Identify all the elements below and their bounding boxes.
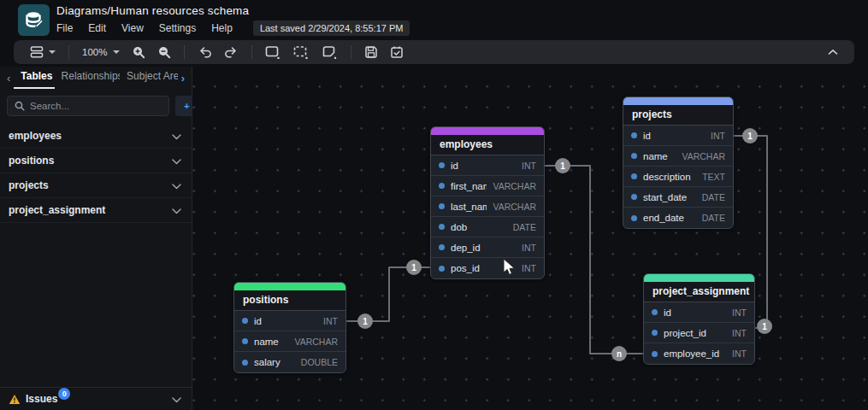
field-dot-icon: [652, 309, 658, 315]
zoom-level-dropdown[interactable]: 100%: [76, 43, 126, 62]
expand-chevron[interactable]: [172, 178, 181, 193]
menu-item-settings[interactable]: Settings: [159, 20, 204, 36]
field-row-pos_id[interactable]: pos_idINT: [431, 258, 544, 278]
field-row-salary[interactable]: salaryDOUBLE: [234, 352, 345, 372]
field-row-end_date[interactable]: end_dateDATE: [623, 208, 733, 228]
caret-down-icon: [113, 50, 120, 54]
redo-icon: [224, 45, 239, 59]
field-dot-icon: [631, 153, 637, 159]
view-mode-button[interactable]: [24, 43, 62, 62]
field-row-first_name[interactable]: first_nameVARCHAR: [431, 176, 544, 196]
zoom-in-button[interactable]: [126, 43, 151, 62]
database-pencil-icon: [24, 10, 44, 31]
field-dot-icon: [242, 360, 248, 366]
cardinality-circle: [757, 319, 772, 334]
app-logo[interactable]: [18, 4, 50, 36]
field-dot-icon: [242, 338, 248, 344]
sidebar-table-item-positions[interactable]: positions: [0, 149, 192, 173]
field-name: salary: [254, 357, 295, 367]
save-icon: [364, 45, 378, 59]
sidebar-table-label: project_assignment: [9, 204, 105, 216]
document-title: Diagrams/Human resources schema: [56, 4, 410, 17]
diagram-canvas[interactable]: 111n11 employeesidINTfirst_nameVARCHARla…: [192, 67, 868, 410]
field-row-start_date[interactable]: start_dateDATE: [623, 187, 733, 208]
table-node-title: projects: [623, 105, 733, 126]
table-node-projects[interactable]: projectsidINTnameVARCHARdescriptionTEXTs…: [623, 97, 734, 229]
field-row-id[interactable]: idINT: [234, 311, 345, 331]
todo-button[interactable]: [384, 43, 410, 62]
field-row-name[interactable]: nameVARCHAR: [623, 146, 733, 167]
search-box[interactable]: [7, 96, 169, 116]
expand-chevron[interactable]: [172, 128, 181, 144]
field-row-id[interactable]: idINT: [431, 155, 544, 176]
field-name: start_date: [643, 192, 696, 202]
expand-chevron[interactable]: [172, 153, 181, 168]
expand-chevron[interactable]: [172, 202, 181, 218]
table-accent-strip: [644, 274, 754, 282]
zoom-out-button[interactable]: [151, 43, 177, 62]
search-input[interactable]: [30, 101, 162, 111]
field-dot-icon: [439, 224, 445, 230]
field-name: id: [643, 131, 705, 141]
sidebar-table-item-projects[interactable]: projects: [0, 173, 192, 198]
field-row-name[interactable]: nameVARCHAR: [234, 331, 345, 352]
toolbar-divider: [184, 45, 185, 59]
issues-chevron-icon[interactable]: [172, 391, 181, 407]
redo-button[interactable]: [218, 43, 245, 62]
issues-row[interactable]: Issues 0: [0, 387, 192, 410]
field-row-dep_id[interactable]: dep_idINT: [431, 237, 544, 258]
add-table-button[interactable]: [259, 43, 287, 62]
add-area-button[interactable]: [287, 43, 316, 62]
tab-subject-are[interactable]: Subject Are: [120, 67, 178, 89]
undo-button[interactable]: [192, 43, 218, 62]
sidebar-table-item-project_assignment[interactable]: project_assignment: [0, 198, 192, 223]
field-name: name: [643, 151, 676, 161]
field-type: INT: [522, 263, 536, 273]
field-dot-icon: [439, 203, 445, 209]
table-node-title: employees: [431, 135, 544, 155]
field-row-last_name[interactable]: last_nameVARCHAR: [431, 196, 544, 217]
menu-item-edit[interactable]: Edit: [88, 20, 114, 36]
menu-item-help[interactable]: Help: [211, 20, 240, 36]
sidebar-table-label: projects: [9, 179, 49, 191]
table-node-employees[interactable]: employeesidINTfirst_nameVARCHARlast_name…: [430, 126, 545, 279]
field-dot-icon: [439, 183, 445, 189]
field-dot-icon: [631, 215, 637, 221]
field-dot-icon: [631, 194, 637, 200]
tabs-next-chevron-icon[interactable]: ›: [178, 72, 188, 85]
field-row-project_id[interactable]: project_idINT: [644, 323, 754, 343]
field-type: VARCHAR: [493, 181, 536, 191]
chevron-down-icon: [172, 159, 181, 165]
save-button[interactable]: [358, 43, 384, 62]
field-dot-icon: [652, 330, 658, 336]
todo-icon: [390, 45, 404, 59]
tab-tables[interactable]: Tables: [14, 67, 54, 89]
menu-item-view[interactable]: View: [121, 20, 151, 36]
add-area-icon: [293, 45, 310, 60]
table-accent-strip: [234, 283, 345, 290]
cardinality-circle: [611, 346, 627, 361]
add-table-icon: [265, 45, 281, 60]
tab-relationships[interactable]: Relationships: [55, 67, 121, 89]
field-name: dep_id: [451, 243, 516, 253]
field-row-description[interactable]: descriptionTEXT: [623, 167, 733, 187]
collapse-toolbar-button[interactable]: [822, 43, 844, 62]
chevron-up-icon: [828, 49, 838, 56]
toolbar-divider: [68, 45, 69, 59]
last-saved-badge: Last saved 2/29/2024, 8:55:17 PM: [253, 20, 410, 36]
table-node-positions[interactable]: positionsidINTnameVARCHARsalaryDOUBLE: [233, 282, 346, 373]
add-note-button[interactable]: [316, 43, 344, 62]
menu-item-file[interactable]: File: [56, 20, 80, 36]
field-row-id[interactable]: idINT: [623, 126, 733, 146]
zoom-in-icon: [132, 45, 145, 59]
field-name: id: [451, 161, 516, 171]
issues-label: Issues: [26, 393, 57, 405]
tabs-prev-chevron-icon[interactable]: ‹: [3, 72, 14, 85]
relationship-positions_id_to_employees_pos_id[interactable]: [346, 267, 430, 321]
field-row-id[interactable]: idINT: [644, 302, 754, 323]
field-row-dob[interactable]: dobDATE: [431, 217, 544, 237]
sidebar-table-item-employees[interactable]: employees: [0, 124, 192, 149]
field-row-employee_id[interactable]: employee_idINT: [644, 343, 754, 364]
table-node-project_assignment[interactable]: project_assignmentidINTproject_idINTempl…: [643, 273, 755, 365]
table-list: employeespositionsprojectsproject_assign…: [0, 124, 192, 223]
